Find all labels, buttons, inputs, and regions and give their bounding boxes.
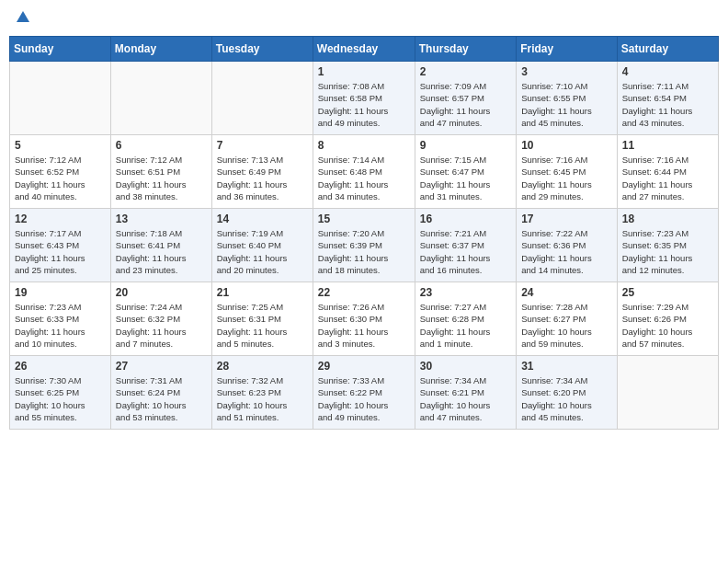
calendar-cell: 15Sunrise: 7:20 AM Sunset: 6:39 PM Dayli… xyxy=(313,209,415,282)
day-number: 1 xyxy=(318,65,410,78)
day-number: 9 xyxy=(420,139,511,152)
day-number: 16 xyxy=(420,213,511,225)
calendar-cell: 5Sunrise: 7:12 AM Sunset: 6:52 PM Daylig… xyxy=(10,135,111,209)
day-number: 11 xyxy=(622,139,713,152)
week-row-2: 5Sunrise: 7:12 AM Sunset: 6:52 PM Daylig… xyxy=(10,135,719,209)
calendar-cell: 13Sunrise: 7:18 AM Sunset: 6:41 PM Dayli… xyxy=(110,209,211,282)
calendar-cell: 28Sunrise: 7:32 AM Sunset: 6:23 PM Dayli… xyxy=(211,356,313,430)
logo xyxy=(13,9,31,29)
calendar-cell: 27Sunrise: 7:31 AM Sunset: 6:24 PM Dayli… xyxy=(110,356,211,430)
header-day-monday: Monday xyxy=(110,37,211,62)
day-info: Sunrise: 7:18 AM Sunset: 6:41 PM Dayligh… xyxy=(116,227,207,276)
day-number: 18 xyxy=(622,213,713,225)
calendar-cell: 24Sunrise: 7:28 AM Sunset: 6:27 PM Dayli… xyxy=(517,282,618,356)
day-number: 14 xyxy=(217,213,308,225)
day-info: Sunrise: 7:08 AM Sunset: 6:58 PM Dayligh… xyxy=(318,80,410,129)
calendar-cell: 23Sunrise: 7:27 AM Sunset: 6:28 PM Dayli… xyxy=(415,282,516,356)
day-number: 8 xyxy=(318,139,410,152)
day-info: Sunrise: 7:34 AM Sunset: 6:20 PM Dayligh… xyxy=(521,374,612,423)
day-info: Sunrise: 7:23 AM Sunset: 6:35 PM Dayligh… xyxy=(622,227,713,276)
calendar-cell: 18Sunrise: 7:23 AM Sunset: 6:35 PM Dayli… xyxy=(617,209,718,282)
day-info: Sunrise: 7:12 AM Sunset: 6:52 PM Dayligh… xyxy=(15,154,106,202)
day-info: Sunrise: 7:17 AM Sunset: 6:43 PM Dayligh… xyxy=(15,227,106,276)
calendar-cell: 7Sunrise: 7:13 AM Sunset: 6:49 PM Daylig… xyxy=(211,135,313,209)
day-info: Sunrise: 7:28 AM Sunset: 6:27 PM Dayligh… xyxy=(521,301,612,350)
day-number: 7 xyxy=(217,139,308,152)
calendar-cell: 8Sunrise: 7:14 AM Sunset: 6:48 PM Daylig… xyxy=(313,135,415,209)
header-day-friday: Friday xyxy=(517,37,618,62)
calendar-cell: 9Sunrise: 7:15 AM Sunset: 6:47 PM Daylig… xyxy=(415,135,516,209)
svg-marker-0 xyxy=(17,11,29,22)
calendar-cell: 25Sunrise: 7:29 AM Sunset: 6:26 PM Dayli… xyxy=(617,282,718,356)
week-row-3: 12Sunrise: 7:17 AM Sunset: 6:43 PM Dayli… xyxy=(10,209,719,282)
week-row-5: 26Sunrise: 7:30 AM Sunset: 6:25 PM Dayli… xyxy=(10,356,719,430)
day-number: 4 xyxy=(622,65,713,78)
day-number: 5 xyxy=(15,139,106,152)
calendar-cell: 16Sunrise: 7:21 AM Sunset: 6:37 PM Dayli… xyxy=(415,209,516,282)
page-header xyxy=(9,9,719,29)
calendar-cell: 4Sunrise: 7:11 AM Sunset: 6:54 PM Daylig… xyxy=(617,62,718,135)
week-row-1: 1Sunrise: 7:08 AM Sunset: 6:58 PM Daylig… xyxy=(10,62,719,135)
calendar-cell xyxy=(10,62,111,135)
day-info: Sunrise: 7:20 AM Sunset: 6:39 PM Dayligh… xyxy=(318,227,410,276)
day-info: Sunrise: 7:22 AM Sunset: 6:36 PM Dayligh… xyxy=(521,227,612,276)
calendar-cell: 20Sunrise: 7:24 AM Sunset: 6:32 PM Dayli… xyxy=(110,282,211,356)
day-number: 10 xyxy=(521,139,612,152)
calendar-cell: 19Sunrise: 7:23 AM Sunset: 6:33 PM Dayli… xyxy=(10,282,111,356)
day-number: 24 xyxy=(521,286,612,299)
day-info: Sunrise: 7:21 AM Sunset: 6:37 PM Dayligh… xyxy=(420,227,511,276)
calendar-cell xyxy=(617,356,718,430)
calendar-cell: 14Sunrise: 7:19 AM Sunset: 6:40 PM Dayli… xyxy=(211,209,313,282)
header-day-wednesday: Wednesday xyxy=(313,37,415,62)
day-info: Sunrise: 7:32 AM Sunset: 6:23 PM Dayligh… xyxy=(217,374,308,423)
day-info: Sunrise: 7:19 AM Sunset: 6:40 PM Dayligh… xyxy=(217,227,308,276)
calendar-cell: 31Sunrise: 7:34 AM Sunset: 6:20 PM Dayli… xyxy=(517,356,618,430)
day-number: 25 xyxy=(622,286,713,299)
calendar-cell: 11Sunrise: 7:16 AM Sunset: 6:44 PM Dayli… xyxy=(617,135,718,209)
day-info: Sunrise: 7:24 AM Sunset: 6:32 PM Dayligh… xyxy=(116,301,207,350)
day-info: Sunrise: 7:16 AM Sunset: 6:45 PM Dayligh… xyxy=(521,154,612,202)
day-info: Sunrise: 7:15 AM Sunset: 6:47 PM Dayligh… xyxy=(420,154,511,202)
day-number: 30 xyxy=(420,360,511,373)
day-info: Sunrise: 7:30 AM Sunset: 6:25 PM Dayligh… xyxy=(15,374,106,423)
day-number: 29 xyxy=(318,360,410,373)
day-number: 31 xyxy=(521,360,612,373)
day-info: Sunrise: 7:29 AM Sunset: 6:26 PM Dayligh… xyxy=(622,301,713,350)
calendar-cell: 2Sunrise: 7:09 AM Sunset: 6:57 PM Daylig… xyxy=(415,62,516,135)
day-info: Sunrise: 7:11 AM Sunset: 6:54 PM Dayligh… xyxy=(622,80,713,129)
day-number: 6 xyxy=(116,139,207,152)
day-info: Sunrise: 7:34 AM Sunset: 6:21 PM Dayligh… xyxy=(420,374,511,423)
calendar-table: SundayMondayTuesdayWednesdayThursdayFrid… xyxy=(9,36,719,430)
day-info: Sunrise: 7:23 AM Sunset: 6:33 PM Dayligh… xyxy=(15,301,106,350)
header-day-tuesday: Tuesday xyxy=(211,37,313,62)
day-number: 12 xyxy=(15,213,106,225)
header-day-thursday: Thursday xyxy=(415,37,516,62)
day-info: Sunrise: 7:14 AM Sunset: 6:48 PM Dayligh… xyxy=(318,154,410,202)
calendar-cell: 22Sunrise: 7:26 AM Sunset: 6:30 PM Dayli… xyxy=(313,282,415,356)
header-day-sunday: Sunday xyxy=(10,37,111,62)
calendar-cell: 6Sunrise: 7:12 AM Sunset: 6:51 PM Daylig… xyxy=(110,135,211,209)
day-number: 23 xyxy=(420,286,511,299)
calendar-cell: 10Sunrise: 7:16 AM Sunset: 6:45 PM Dayli… xyxy=(517,135,618,209)
day-number: 22 xyxy=(318,286,410,299)
day-info: Sunrise: 7:13 AM Sunset: 6:49 PM Dayligh… xyxy=(217,154,308,202)
day-info: Sunrise: 7:09 AM Sunset: 6:57 PM Dayligh… xyxy=(420,80,511,129)
day-info: Sunrise: 7:27 AM Sunset: 6:28 PM Dayligh… xyxy=(420,301,511,350)
day-number: 21 xyxy=(217,286,308,299)
day-number: 2 xyxy=(420,65,511,78)
day-number: 28 xyxy=(217,360,308,373)
calendar-cell: 17Sunrise: 7:22 AM Sunset: 6:36 PM Dayli… xyxy=(517,209,618,282)
calendar-cell: 1Sunrise: 7:08 AM Sunset: 6:58 PM Daylig… xyxy=(313,62,415,135)
day-info: Sunrise: 7:33 AM Sunset: 6:22 PM Dayligh… xyxy=(318,374,410,423)
day-number: 15 xyxy=(318,213,410,225)
calendar-cell: 21Sunrise: 7:25 AM Sunset: 6:31 PM Dayli… xyxy=(211,282,313,356)
calendar-cell: 3Sunrise: 7:10 AM Sunset: 6:55 PM Daylig… xyxy=(517,62,618,135)
day-number: 13 xyxy=(116,213,207,225)
day-number: 26 xyxy=(15,360,106,373)
day-number: 19 xyxy=(15,286,106,299)
calendar-cell: 29Sunrise: 7:33 AM Sunset: 6:22 PM Dayli… xyxy=(313,356,415,430)
day-info: Sunrise: 7:12 AM Sunset: 6:51 PM Dayligh… xyxy=(116,154,207,202)
header-row: SundayMondayTuesdayWednesdayThursdayFrid… xyxy=(10,37,719,62)
day-info: Sunrise: 7:31 AM Sunset: 6:24 PM Dayligh… xyxy=(116,374,207,423)
day-number: 27 xyxy=(116,360,207,373)
